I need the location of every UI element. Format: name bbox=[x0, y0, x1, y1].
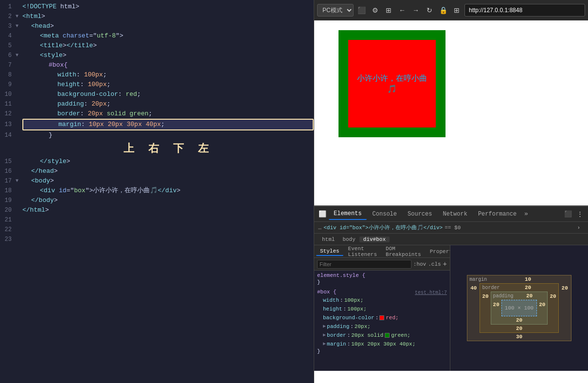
line-number-22: 22 bbox=[0, 225, 16, 235]
styles-content: element.style { } #box { test.html:7 wid… bbox=[314, 271, 450, 371]
tab-console[interactable]: Console bbox=[368, 209, 402, 219]
bm-padding-top-val: 20 bbox=[526, 293, 533, 299]
line-content-14: } bbox=[22, 130, 314, 140]
bm-margin-bottom-val: 30 bbox=[516, 334, 522, 340]
line-number-19: 19 bbox=[0, 196, 16, 205]
styles-panel: Styles Event Listeners DOM Breakpoints P… bbox=[314, 245, 450, 371]
color-swatch-red[interactable] bbox=[379, 315, 384, 320]
more-tabs-btn[interactable]: » bbox=[522, 210, 530, 218]
tab-elements[interactable]: Elements bbox=[329, 208, 367, 220]
line-content-9: height: 100px; bbox=[22, 80, 314, 90]
style-prop-height: height : 100px; bbox=[317, 305, 447, 313]
styles-cls-btn[interactable]: .cls bbox=[428, 261, 441, 267]
line-number-14: 14 bbox=[0, 130, 16, 140]
styles-add-btn[interactable]: + bbox=[443, 260, 447, 268]
style-source-link[interactable]: test.html:7 bbox=[415, 290, 447, 295]
bm-border-top-val: 20 bbox=[525, 285, 531, 291]
style-rule-box: #box { test.html:7 width : 100px; height… bbox=[317, 289, 447, 354]
devtools-path: html body div#box bbox=[314, 234, 588, 245]
color-swatch-green[interactable] bbox=[385, 333, 390, 338]
line-number-5: 5 bbox=[0, 41, 16, 51]
path-body[interactable]: body bbox=[339, 237, 359, 242]
tab-performance[interactable]: Performance bbox=[473, 209, 521, 219]
screenshot-btn[interactable]: ⬛ bbox=[356, 4, 367, 16]
path-html[interactable]: html bbox=[318, 237, 339, 242]
style-selector-box: #box { bbox=[317, 289, 337, 295]
line-content-4: <meta charset="utf-8"> bbox=[22, 31, 314, 41]
line-number-18: 18 bbox=[0, 186, 16, 196]
path-div-box[interactable]: div#box bbox=[359, 237, 390, 242]
bm-margin-right-val: 20 bbox=[559, 283, 571, 333]
line-number-20: 20 bbox=[0, 205, 16, 215]
code-line-11: 11 padding: 20px; bbox=[0, 99, 314, 109]
devtools-breadcrumb: … <div id="box">小许小许，在哼小曲🎵</div> == $0 › bbox=[314, 222, 588, 234]
code-line-14: 14 } bbox=[0, 130, 314, 140]
line-number-21: 21 bbox=[0, 215, 16, 225]
browser-viewport: 小许小许，在哼小曲🎵 bbox=[314, 20, 588, 205]
line-number-15: 15 bbox=[0, 157, 16, 166]
code-line-21: 21 bbox=[0, 215, 314, 225]
bm-content: 100 × 100 bbox=[501, 300, 537, 316]
lock-btn[interactable]: 🔒 bbox=[437, 4, 449, 16]
styles-subtab-properties[interactable]: Properties bbox=[426, 248, 450, 255]
line-number-8: 8 bbox=[0, 70, 16, 80]
line-number-10: 10 bbox=[0, 90, 16, 99]
browser-mode-select[interactable]: PC模式 bbox=[317, 4, 354, 17]
line-content-6: <style> bbox=[22, 51, 314, 60]
style-rule-close-element: } bbox=[317, 279, 447, 285]
line-arrow-3: ▼ bbox=[16, 21, 22, 31]
line-number-13: 13 bbox=[0, 120, 16, 129]
bm-border: border 20 20 padding bbox=[480, 283, 558, 333]
line-number-11: 11 bbox=[0, 99, 16, 109]
bm-margin-label: margin bbox=[469, 277, 487, 282]
line-number-9: 9 bbox=[0, 80, 16, 90]
triangle-icon-margin[interactable]: ▶ bbox=[323, 340, 326, 348]
line-content-7: #box{ bbox=[22, 60, 314, 70]
code-line-10: 10 background-color: red; bbox=[0, 90, 314, 99]
styles-subtab-eventlisteners[interactable]: Event Listeners bbox=[344, 245, 381, 258]
triangle-icon-padding[interactable]: ▶ bbox=[323, 322, 326, 331]
forward-btn[interactable]: → bbox=[410, 4, 422, 16]
boxmodel-container: margin 10 40 border 20 bbox=[467, 275, 571, 341]
settings-btn[interactable]: ⚙ bbox=[369, 4, 381, 16]
devtools-inspect-btn[interactable]: ⬜ bbox=[317, 209, 328, 219]
code-line-16: 16 </head> bbox=[0, 166, 314, 176]
refresh-btn[interactable]: ↻ bbox=[424, 4, 435, 16]
bm-margin: margin 10 40 border 20 bbox=[467, 275, 571, 341]
line-number-1: 1 bbox=[0, 2, 16, 12]
code-line-1: 1 <!DOCTYPE html> bbox=[0, 2, 314, 12]
style-prop-width: width : 100px; bbox=[317, 296, 447, 305]
boxmodel-panel: margin 10 40 border 20 bbox=[450, 245, 588, 371]
url-bar[interactable] bbox=[464, 4, 585, 17]
code-line-23: 23 bbox=[0, 235, 314, 244]
styles-subtab-styles[interactable]: Styles bbox=[316, 247, 343, 256]
code-line-22: 22 bbox=[0, 225, 314, 235]
line-content-15: </style> bbox=[22, 157, 314, 166]
line-number-2: 2 bbox=[0, 12, 16, 21]
bm-content-dim: 100 × 100 bbox=[505, 305, 534, 311]
tab-network[interactable]: Network bbox=[438, 209, 472, 219]
devtools-more-btn[interactable]: ⋮ bbox=[574, 209, 585, 219]
line-content-8: width: 100px; bbox=[22, 70, 314, 80]
share-btn[interactable]: ⊞ bbox=[383, 4, 394, 16]
tab-sources[interactable]: Sources bbox=[403, 209, 437, 219]
code-lines: 1 <!DOCTYPE html>2▼<html>3▼<head>4 <meta… bbox=[0, 0, 314, 383]
annotation-text: 上 右 下 左 bbox=[124, 141, 213, 156]
styles-hov-btn[interactable]: :hov bbox=[413, 261, 426, 267]
devtools-dock-btn[interactable]: ⬛ bbox=[563, 209, 573, 219]
breadcrumb-scroll-right[interactable]: › bbox=[573, 222, 584, 233]
code-line-5: 5 <title></title> bbox=[0, 41, 314, 51]
code-line-9: 9 height: 100px; bbox=[0, 80, 314, 90]
styles-filter-input[interactable] bbox=[317, 260, 411, 269]
line-content-3: <head> bbox=[22, 21, 314, 31]
line-content-18: <div id="box">小许小许，在哼小曲🎵</div> bbox=[22, 186, 314, 196]
bm-border-right-val: 20 bbox=[548, 292, 558, 325]
code-line-20: 20 </html> bbox=[0, 205, 314, 215]
devtools-toolbar: ⬜ Elements Console Sources Network Perfo… bbox=[314, 206, 588, 222]
grid-btn[interactable]: ⊞ bbox=[451, 4, 463, 16]
breadcrumb-eq: == $0 bbox=[445, 225, 461, 231]
styles-subtab-dombreakpoints[interactable]: DOM Breakpoints bbox=[382, 245, 425, 258]
triangle-icon-border[interactable]: ▶ bbox=[323, 331, 326, 340]
code-line-4: 4 <meta charset="utf-8"> bbox=[0, 31, 314, 41]
back-btn[interactable]: ← bbox=[396, 4, 408, 16]
